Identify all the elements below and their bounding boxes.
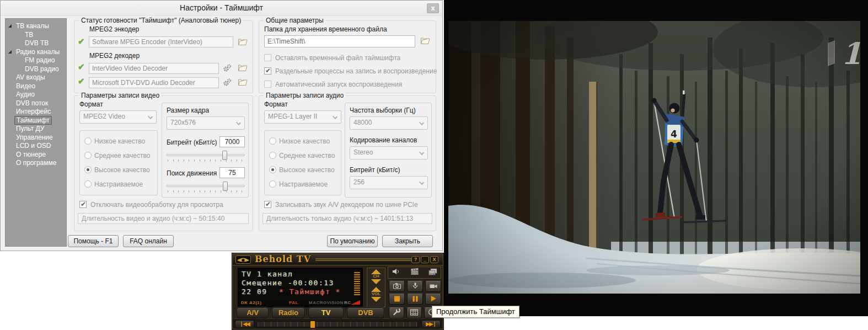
- tree-item-about-program[interactable]: О программе: [6, 159, 66, 168]
- video-group-title: Параметры записи видео: [79, 92, 162, 99]
- pause-button[interactable]: [407, 294, 423, 305]
- player-help-button[interactable]: ?: [411, 256, 420, 263]
- skip-back-button[interactable]: ❘◀◀: [235, 320, 254, 328]
- mode-radio-button[interactable]: Radio: [272, 307, 305, 318]
- frame-size-select[interactable]: 720x576: [167, 116, 245, 130]
- motion-search-slider[interactable]: [167, 185, 245, 187]
- tree-item-tv[interactable]: ТВ: [6, 31, 66, 40]
- folder-open-icon: [238, 38, 248, 46]
- tree-item-about-tuner[interactable]: О тюнере: [6, 151, 66, 159]
- audio-decoder-properties-button[interactable]: [222, 78, 233, 87]
- help-button[interactable]: Помощь - F1: [68, 235, 119, 247]
- tree-item-audio[interactable]: Аудио: [6, 91, 66, 99]
- play-icon: [430, 294, 437, 304]
- tree-item-remote[interactable]: Пульт ДУ: [6, 125, 66, 134]
- sample-rate-select[interactable]: 48000: [350, 116, 428, 130]
- browse-video-decoder-button[interactable]: [238, 63, 248, 72]
- slider-thumb[interactable]: [223, 182, 228, 191]
- biathlon-scene: 4 1: [448, 21, 860, 294]
- tree-item-dvb-stream[interactable]: DVB поток: [6, 99, 66, 108]
- tree-item-interface[interactable]: Интерфейс: [6, 108, 66, 116]
- slider-ticks: [168, 159, 245, 162]
- audio-quality-panel: Низкое качество Среднее качество Высокое…: [264, 130, 341, 195]
- tree-item-av-inputs[interactable]: AV входы: [6, 73, 66, 82]
- timeshift-tooltip: Продолжить Таймшифт: [432, 306, 519, 318]
- tree-expand-icon[interactable]: [8, 50, 12, 54]
- video-bitrate-value[interactable]: 7000: [219, 136, 245, 147]
- seek-thumb[interactable]: [310, 321, 315, 328]
- record-audio-pcie-label: Записывать звук A/V декодером по шине PC…: [275, 201, 418, 209]
- browse-folder-button[interactable]: [420, 36, 431, 45]
- decoder-label: MPEG2 декодер: [89, 52, 140, 60]
- mode-tv-button[interactable]: TV: [308, 307, 344, 318]
- lcd-clock: 22 09: [242, 288, 267, 296]
- tree-item-dvb-radio[interactable]: DVB радио: [6, 65, 66, 74]
- faq-button[interactable]: FAQ онлайн: [123, 235, 174, 247]
- audio-level-meter: [354, 271, 360, 295]
- frame-size-label: Размер кадра: [167, 107, 209, 114]
- mode-dvb-button[interactable]: DVB: [347, 307, 384, 318]
- tree-item-video[interactable]: Видео: [6, 82, 66, 91]
- audio-quality-low-radio[interactable]: [269, 137, 276, 145]
- disable-video-processing-checkbox[interactable]: [79, 201, 87, 208]
- temp-folder-input[interactable]: E:\TimeShift\: [264, 35, 415, 47]
- audio-quality-custom-radio[interactable]: [269, 180, 276, 188]
- display-settings-icon[interactable]: [428, 268, 437, 278]
- tree-expand-icon[interactable]: [8, 24, 12, 28]
- slider-thumb[interactable]: [222, 151, 227, 160]
- lcd-offset-line: Смещение -00:00:13: [242, 279, 334, 287]
- settings-button[interactable]: [389, 307, 404, 318]
- temp-folder-label: Папка для хранения временного файла: [264, 25, 387, 33]
- seek-track[interactable]: [257, 321, 418, 327]
- video-format-select[interactable]: MPEG2 Video: [79, 110, 157, 124]
- play-button[interactable]: [425, 294, 441, 305]
- volume-down-button[interactable]: [371, 297, 381, 302]
- settings-dialog: Настройки - Таймшифт x ТВ каналы ТВ DVB …: [0, 0, 443, 251]
- recordings-button[interactable]: [406, 307, 422, 318]
- video-record-button[interactable]: [425, 281, 441, 292]
- player-close-button[interactable]: X: [430, 256, 438, 263]
- tree-item-fm-radio[interactable]: FM радио: [6, 56, 66, 65]
- motion-search-value[interactable]: 75: [219, 167, 245, 178]
- keep-temp-file-checkbox[interactable]: [264, 54, 271, 61]
- video-quality-low-radio[interactable]: [84, 137, 92, 145]
- clapperboard-icon[interactable]: [411, 268, 419, 278]
- snapshot-button[interactable]: [389, 281, 405, 292]
- player-title: Behold TV: [255, 254, 311, 264]
- stop-button[interactable]: [389, 294, 405, 305]
- video-bitrate-slider[interactable]: [167, 154, 245, 156]
- mode-av-button[interactable]: A/V: [237, 307, 269, 318]
- video-quality-custom-radio[interactable]: [84, 180, 92, 188]
- channel-down-button[interactable]: [371, 279, 381, 284]
- dialog-titlebar[interactable]: Настройки - Таймшифт x: [1, 1, 442, 16]
- close-button[interactable]: Закрыть: [382, 235, 433, 247]
- tree-item-radio-channels[interactable]: Радио каналы: [6, 48, 66, 57]
- audio-quality-medium-radio[interactable]: [269, 152, 276, 159]
- tree-item-tv-channels[interactable]: ТВ каналы: [6, 22, 66, 31]
- channels-select[interactable]: Stereo: [350, 146, 428, 159]
- video-group: Параметры записи видео Формат MPEG2 Vide…: [74, 95, 253, 231]
- audio-format-select[interactable]: MPEG-1 Layer II: [264, 110, 341, 124]
- auto-playback-checkbox[interactable]: [264, 81, 271, 88]
- video-quality-high-radio[interactable]: [84, 166, 92, 173]
- audio-bitrate-select[interactable]: 256: [350, 176, 428, 189]
- separate-processes-checkbox[interactable]: [264, 67, 271, 74]
- defaults-button[interactable]: По умолчанию: [327, 235, 378, 247]
- tree-item-timeshift[interactable]: Таймшифт: [6, 116, 66, 125]
- tree-item-control[interactable]: Управление: [6, 134, 66, 142]
- audio-quality-high-radio[interactable]: [269, 166, 276, 173]
- browse-audio-decoder-button[interactable]: [238, 78, 248, 87]
- speaker-icon[interactable]: [392, 268, 400, 278]
- tree-item-lcd-osd[interactable]: LCD и OSD: [6, 142, 66, 151]
- audio-record-button[interactable]: [407, 281, 423, 292]
- player-titlebar[interactable]: Behold TV ? _ X: [233, 254, 443, 265]
- browse-encoder-button[interactable]: [238, 38, 248, 46]
- skip-forward-button[interactable]: ▶▶❘: [421, 320, 441, 328]
- decoder-properties-button[interactable]: [222, 63, 233, 72]
- video-quality-medium-radio[interactable]: [84, 152, 92, 159]
- chevron-down-icon: [419, 180, 424, 185]
- record-audio-pcie-checkbox[interactable]: [264, 201, 271, 208]
- dialog-close-button[interactable]: x: [427, 3, 439, 13]
- player-minimize-button[interactable]: _: [421, 256, 429, 263]
- tree-item-dvb-tv[interactable]: DVB ТВ: [6, 39, 66, 48]
